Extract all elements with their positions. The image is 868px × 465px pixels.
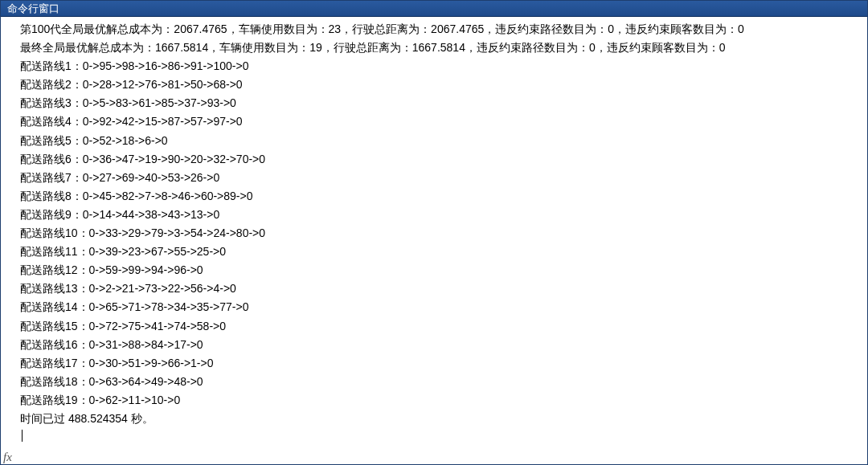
route-line: 配送路线9：0->14->44->38->43->13->0: [20, 206, 867, 224]
route-line: 配送路线14：0->65->71->78->34->35->77->0: [20, 298, 867, 316]
fx-icon[interactable]: fx: [3, 451, 12, 464]
prompt-row[interactable]: >>: [20, 428, 867, 443]
route-line: 配送路线10：0->33->29->79->3->54->24->80->0: [20, 224, 867, 243]
route-line: 配送路线17：0->30->51->9->66->1->0: [20, 354, 867, 373]
title-bar[interactable]: 命令行窗口: [1, 1, 867, 17]
gutter: fx: [1, 17, 20, 464]
command-window: 命令行窗口 fx 第100代全局最优解总成本为：2067.4765，车辆使用数目…: [0, 0, 868, 465]
route-line: 配送路线8：0->45->82->7->8->46->60->89->0: [20, 187, 867, 206]
route-line: 配送路线15：0->72->75->41->74->58->0: [20, 317, 867, 336]
route-line: 配送路线7：0->27->69->40->53->26->0: [20, 169, 867, 187]
route-line: 配送路线6：0->36->47->19->90->20->32->70->0: [20, 150, 867, 169]
final-summary: 最终全局最优解总成本为：1667.5814，车辆使用数目为：19，行驶总距离为：…: [20, 39, 867, 57]
window-title: 命令行窗口: [7, 2, 59, 16]
route-line: 配送路线1：0->95->98->16->86->91->100->0: [20, 57, 867, 75]
route-line: 配送路线4：0->92->42->15->87->57->97->0: [20, 112, 867, 131]
route-line: 配送路线19：0->62->11->10->0: [20, 391, 867, 410]
generation-summary: 第100代全局最优解总成本为：2067.4765，车辆使用数目为：23，行驶总距…: [20, 20, 867, 39]
elapsed-time: 时间已过 488.524354 秒。: [20, 410, 867, 428]
route-line: 配送路线12：0->59->99->94->96->0: [20, 261, 867, 279]
content-area: fx 第100代全局最优解总成本为：2067.4765，车辆使用数目为：23，行…: [1, 17, 867, 464]
text-cursor: [22, 430, 23, 442]
route-line: 配送路线3：0->5->83->61->85->37->93->0: [20, 94, 867, 112]
route-line: 配送路线13：0->2->21->73->22->56->4->0: [20, 279, 867, 298]
console-output[interactable]: 第100代全局最优解总成本为：2067.4765，车辆使用数目为：23，行驶总距…: [20, 17, 867, 464]
route-line: 配送路线2：0->28->12->76->81->50->68->0: [20, 75, 867, 94]
route-line: 配送路线11：0->39->23->67->55->25->0: [20, 243, 867, 261]
route-line: 配送路线16：0->31->88->84->17->0: [20, 336, 867, 354]
route-line: 配送路线18：0->63->64->49->48->0: [20, 373, 867, 391]
route-line: 配送路线5：0->52->18->6->0: [20, 132, 867, 150]
